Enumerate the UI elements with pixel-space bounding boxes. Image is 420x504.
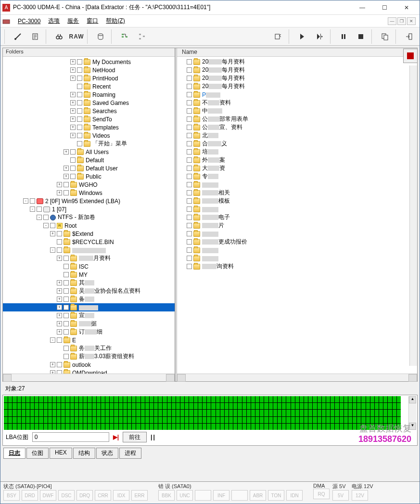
tree-row[interactable]: +宣 <box>3 311 175 320</box>
tree-row[interactable]: +Templates <box>3 123 175 131</box>
expand-icon[interactable]: + <box>70 76 76 81</box>
checkbox[interactable] <box>64 280 69 285</box>
expand-icon[interactable]: + <box>70 100 76 105</box>
struct1-icon[interactable] <box>117 29 132 44</box>
expand-icon[interactable]: + <box>57 288 62 294</box>
menu-window[interactable]: 窗口 <box>83 15 102 26</box>
bitmap-scroll-up[interactable]: ▲ <box>409 396 416 403</box>
tree-row[interactable]: +My Documents <box>3 58 175 66</box>
minimize-button[interactable]: — <box>351 0 373 15</box>
tab-位图[interactable]: 位图 <box>26 448 49 459</box>
expand-icon[interactable]: + <box>57 329 62 335</box>
db-icon[interactable] <box>93 29 108 44</box>
checkbox[interactable] <box>64 321 69 326</box>
list-item[interactable]: 中 <box>177 107 417 115</box>
expand-icon[interactable] <box>57 264 62 269</box>
tab-进程[interactable]: 进程 <box>119 448 141 459</box>
checkbox[interactable] <box>57 337 62 343</box>
checkbox[interactable] <box>64 313 69 318</box>
checkbox[interactable] <box>77 92 82 97</box>
copy-icon[interactable] <box>377 29 393 44</box>
tree-row[interactable]: +备 <box>3 295 175 303</box>
checkbox[interactable] <box>64 272 69 277</box>
expand-icon[interactable] <box>64 157 69 163</box>
expand-icon[interactable]: - <box>50 247 55 253</box>
close-button[interactable]: ✕ <box>395 0 418 15</box>
folder-tree[interactable]: +My Documents+NetHood+PrintHoodRecent+Ro… <box>3 57 175 374</box>
tree-row[interactable]: +SendTo <box>3 115 175 123</box>
tree-row[interactable]: - <box>3 246 175 254</box>
checkbox[interactable] <box>77 108 82 114</box>
checkbox[interactable] <box>187 133 192 138</box>
expand-icon[interactable]: + <box>70 133 76 138</box>
expand-icon[interactable]: + <box>57 190 62 195</box>
tree-scroll-h[interactable] <box>3 374 175 381</box>
checkbox[interactable] <box>187 67 192 73</box>
checkbox[interactable] <box>70 157 76 163</box>
expand-icon[interactable]: + <box>70 125 76 130</box>
checkbox[interactable] <box>187 215 192 220</box>
checkbox[interactable] <box>30 198 35 204</box>
expand-icon[interactable]: + <box>70 108 76 114</box>
checkbox[interactable] <box>187 264 192 269</box>
list-item[interactable]: 20每月资料 <box>177 74 417 82</box>
expand-icon[interactable]: - <box>37 215 42 220</box>
files-header[interactable]: Name <box>177 48 417 57</box>
checkbox[interactable] <box>64 297 69 302</box>
tree-row[interactable]: +月资料 <box>3 254 175 262</box>
checkbox[interactable] <box>77 141 82 146</box>
checkbox[interactable] <box>64 354 69 359</box>
list-item[interactable]: P <box>177 90 417 99</box>
tree-row[interactable]: +WGHO <box>3 181 175 189</box>
binoculars-icon[interactable] <box>51 29 67 44</box>
list-item[interactable]: 片 <box>177 221 417 230</box>
tree-row[interactable]: +Saved Games <box>3 99 175 107</box>
checkbox[interactable] <box>70 174 76 179</box>
expand-icon[interactable]: + <box>57 321 62 326</box>
tree-row[interactable]: +Windows <box>3 189 175 197</box>
struct2-icon[interactable] <box>134 29 150 44</box>
checkbox[interactable] <box>77 67 82 73</box>
menu-service[interactable]: 服务 <box>64 15 83 26</box>
tree-row[interactable]: +Public <box>3 172 175 181</box>
checkbox[interactable] <box>70 149 76 155</box>
mdi-close[interactable]: ✕ <box>407 17 416 25</box>
checkbox[interactable] <box>187 231 192 236</box>
col-name[interactable]: Name <box>180 49 414 56</box>
tree-row[interactable]: +$Extend <box>3 230 175 238</box>
expand-icon[interactable]: + <box>57 182 62 187</box>
expand-icon[interactable]: + <box>57 313 62 318</box>
mdi-minimize[interactable]: — <box>388 17 396 25</box>
list-item[interactable]: 外案 <box>177 156 417 164</box>
pause-small-icon[interactable]: || <box>151 434 156 440</box>
expand-icon[interactable]: + <box>50 370 55 374</box>
lba-stop-icon[interactable]: ▶| <box>113 434 119 440</box>
tree-row[interactable]: 务关工作 <box>3 344 175 352</box>
list-item[interactable]: 20每月资料 <box>177 82 417 90</box>
list-item[interactable] <box>177 230 417 238</box>
list-item[interactable]: 不资料 <box>177 99 417 107</box>
list-item[interactable]: 20每月资料 <box>177 66 417 74</box>
list-item[interactable]: 模板 <box>177 197 417 205</box>
list-item[interactable]: 大资 <box>177 164 417 172</box>
expand-icon[interactable]: + <box>64 174 69 179</box>
expand-icon[interactable]: - <box>50 337 55 343</box>
list-item[interactable]: 20每月资料 <box>177 58 417 66</box>
lba-input[interactable] <box>32 432 109 442</box>
checkbox[interactable] <box>187 59 192 65</box>
checkbox[interactable] <box>187 174 192 179</box>
file-list[interactable]: 20每月资料20每月资料20每月资料20每月资料P不资料中公部常用表单公宣、资料… <box>177 57 417 374</box>
checkbox[interactable] <box>77 100 82 105</box>
tree-row[interactable]: +订细 <box>3 328 175 336</box>
expand-icon[interactable]: + <box>70 67 76 73</box>
tree-row[interactable]: +吴业协会报名点资料 <box>3 287 175 295</box>
tree-row[interactable]: +All Users <box>3 148 175 156</box>
list-item[interactable]: 培 <box>177 148 417 156</box>
expand-icon[interactable]: + <box>50 362 55 367</box>
checkbox[interactable] <box>57 370 62 374</box>
tree-row[interactable]: 「开始」菜单 <box>3 140 175 148</box>
checkbox[interactable] <box>77 116 82 122</box>
expand-icon[interactable]: + <box>64 166 69 171</box>
export-icon[interactable] <box>270 29 286 44</box>
tab-日志[interactable]: 日志 <box>3 448 25 459</box>
